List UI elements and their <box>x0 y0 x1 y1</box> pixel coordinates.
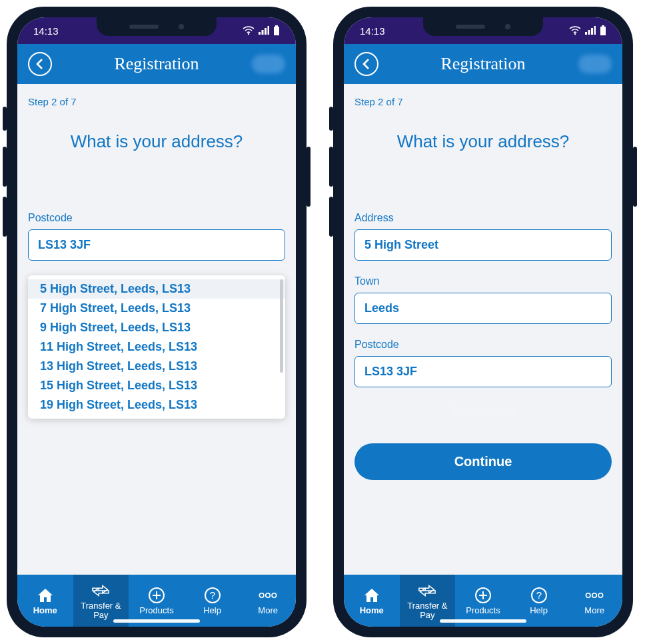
nav-home[interactable]: Home <box>344 575 400 627</box>
svg-rect-3 <box>265 28 267 35</box>
phone-right: 14:13 Registration Step 2 of 7 What is y… <box>333 7 633 637</box>
help-circle-icon: ? <box>203 586 222 605</box>
svg-rect-6 <box>274 27 279 35</box>
battery-icon <box>600 25 606 36</box>
back-button[interactable] <box>354 52 378 76</box>
more-icon <box>585 586 604 605</box>
phone-notch <box>97 17 217 36</box>
nav-more[interactable]: More <box>240 575 296 627</box>
status-icons <box>243 25 280 36</box>
suggestion-item[interactable]: 7 High Street, Leeds, LS13 <box>28 299 285 318</box>
postcode-input[interactable]: LS13 3JF <box>354 356 612 387</box>
wifi-icon <box>569 26 581 35</box>
svg-rect-2 <box>262 30 264 35</box>
suggestion-item[interactable]: 19 High Street, Leeds, LS13 <box>28 395 285 415</box>
suggestion-item[interactable]: 11 High Street, Leeds, LS13 <box>28 337 285 357</box>
nav-right-blur <box>252 55 285 73</box>
svg-rect-1 <box>259 32 261 35</box>
continue-button[interactable]: Continue <box>354 443 612 480</box>
page-heading: What is your address? <box>28 131 285 152</box>
home-indicator <box>113 619 200 623</box>
nav-bar: Registration <box>17 44 296 84</box>
svg-point-10 <box>260 593 265 598</box>
svg-point-0 <box>248 33 249 35</box>
svg-rect-14 <box>585 32 587 35</box>
page-heading: What is your address? <box>354 131 612 152</box>
plus-circle-icon <box>474 586 492 605</box>
svg-rect-17 <box>594 26 596 35</box>
home-icon <box>362 586 381 605</box>
svg-text:?: ? <box>536 589 541 601</box>
nav-home[interactable]: Home <box>17 575 73 627</box>
nav-right-blur <box>578 55 612 73</box>
chevron-left-icon <box>35 58 45 70</box>
phone-left: 14:13 Registration Step 2 of 7 What is y… <box>7 7 307 637</box>
postcode-label: Postcode <box>28 212 285 224</box>
suggestion-item[interactable]: 13 High Street, Leeds, LS13 <box>28 357 285 376</box>
wifi-icon <box>243 26 255 35</box>
chevron-left-icon <box>362 58 371 70</box>
svg-point-23 <box>586 593 591 598</box>
transfer-icon <box>91 581 110 600</box>
back-button[interactable] <box>28 52 52 76</box>
svg-point-12 <box>272 593 277 598</box>
address-label: Address <box>354 212 612 224</box>
svg-point-25 <box>598 593 603 598</box>
nav-bar: Registration <box>344 44 622 84</box>
suggestion-item[interactable]: 15 High Street, Leeds, LS13 <box>28 376 285 395</box>
svg-point-24 <box>592 593 597 598</box>
signal-icon <box>259 26 269 35</box>
postcode-input[interactable]: LS13 3JF <box>28 229 285 261</box>
svg-rect-15 <box>588 30 590 35</box>
status-time: 14:13 <box>33 25 59 37</box>
svg-point-13 <box>574 33 576 35</box>
suggestion-item[interactable]: 5 High Street, Leeds, LS13 <box>28 279 285 299</box>
help-circle-icon: ? <box>530 586 548 605</box>
nav-more[interactable]: More <box>566 575 622 627</box>
more-icon <box>259 586 277 605</box>
postcode-label: Postcode <box>354 339 612 351</box>
svg-text:?: ? <box>209 589 215 601</box>
suggestion-item[interactable]: 9 High Street, Leeds, LS13 <box>28 318 285 337</box>
plus-circle-icon <box>147 586 166 605</box>
svg-rect-19 <box>600 27 606 35</box>
status-time: 14:13 <box>360 25 385 37</box>
transfer-icon <box>418 581 436 600</box>
svg-point-11 <box>266 593 271 598</box>
search-again-link[interactable]: Search again <box>354 405 612 417</box>
svg-rect-16 <box>591 28 593 35</box>
step-indicator: Step 2 of 7 <box>354 96 612 107</box>
home-indicator <box>440 619 526 623</box>
battery-icon <box>273 25 280 36</box>
town-label: Town <box>354 275 612 287</box>
svg-rect-18 <box>602 25 604 27</box>
address-suggestion-dropdown[interactable]: 5 High Street, Leeds, LS13 7 High Street… <box>28 275 285 419</box>
town-input[interactable]: Leeds <box>354 293 612 324</box>
home-icon <box>36 586 55 605</box>
svg-rect-4 <box>268 26 270 35</box>
scrollbar[interactable] <box>280 279 283 373</box>
svg-rect-5 <box>275 25 278 27</box>
status-icons <box>569 25 606 36</box>
address-input[interactable]: 5 High Street <box>354 229 612 261</box>
phone-notch <box>423 17 543 36</box>
signal-icon <box>585 26 596 35</box>
step-indicator: Step 2 of 7 <box>28 96 285 107</box>
